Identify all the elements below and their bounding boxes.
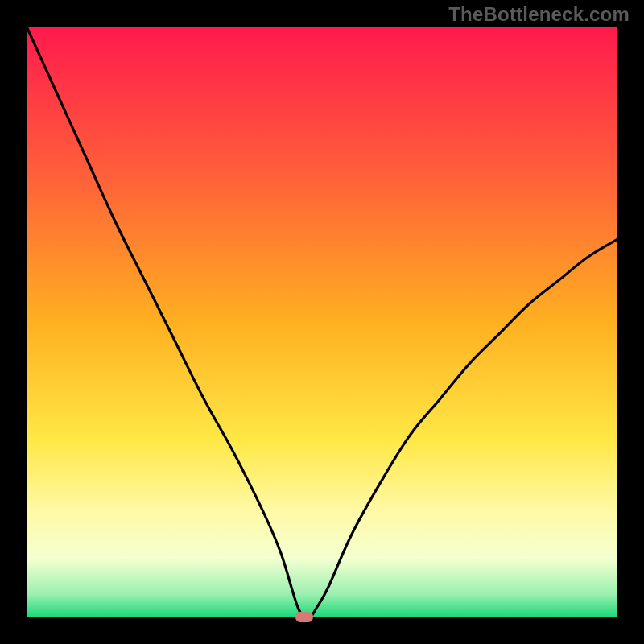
plot-area	[27, 27, 617, 617]
chart-frame: TheBottleneck.com	[0, 0, 644, 644]
bottleneck-chart	[0, 0, 644, 644]
watermark-text: TheBottleneck.com	[448, 3, 630, 26]
optimum-marker	[295, 612, 313, 622]
